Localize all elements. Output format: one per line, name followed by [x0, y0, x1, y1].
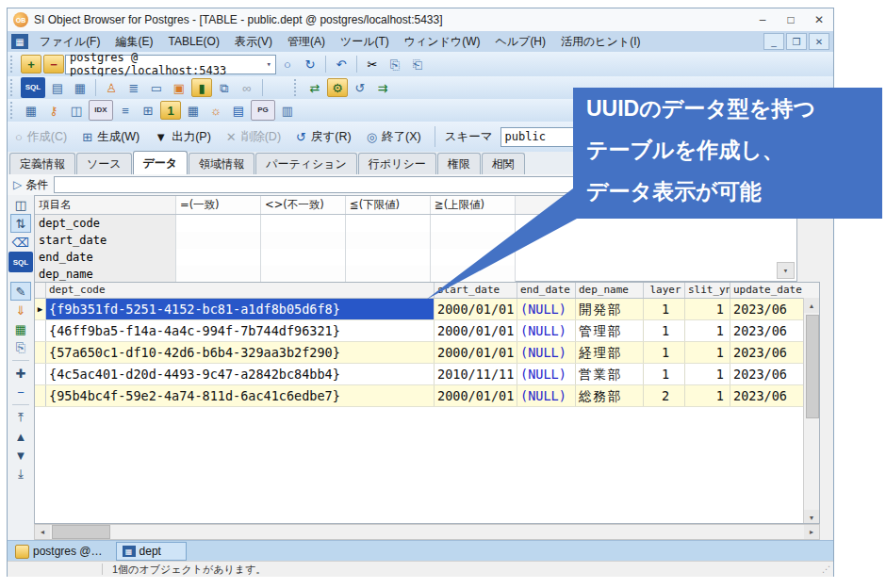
- filter-col-name[interactable]: 項目名: [35, 196, 176, 214]
- col-slit-yn[interactable]: slit_yn: [685, 283, 730, 298]
- generate-button[interactable]: ⊞ 生成(W): [74, 125, 147, 149]
- excel-export-icon[interactable]: ▦: [10, 319, 31, 338]
- cell-start-date[interactable]: 2010/11/11: [435, 364, 517, 384]
- copy-rows-icon[interactable]: ⎘: [10, 338, 31, 357]
- mdi-minimize-button[interactable]: _: [763, 33, 784, 50]
- scroll-up-icon[interactable]: ▴: [804, 298, 819, 313]
- add-row-icon[interactable]: ✚: [10, 364, 31, 383]
- scroll-left-icon[interactable]: ◂: [35, 525, 50, 539]
- scroll-down-icon[interactable]: ▾: [804, 510, 819, 524]
- cell-slit-yn[interactable]: 1: [685, 342, 730, 363]
- window-icon[interactable]: ⊞: [138, 101, 158, 120]
- delete-button[interactable]: ✕ 削除(D): [219, 125, 288, 149]
- cell-update-date[interactable]: 2023/06: [730, 364, 804, 384]
- filter-value-cell[interactable]: [346, 249, 431, 266]
- filter-col-notequal[interactable]: <>(不一致): [261, 196, 346, 214]
- maximize-button[interactable]: □: [777, 9, 805, 30]
- tab-row-policy[interactable]: 行ポリシー: [358, 153, 436, 174]
- tab-partition[interactable]: パーティション: [255, 153, 357, 174]
- output-button[interactable]: ▼ 出力(P): [147, 125, 219, 149]
- refresh-icon[interactable]: ↻: [300, 55, 320, 74]
- tablespace-icon[interactable]: ▮: [191, 78, 212, 97]
- scroll-thumb[interactable]: [806, 315, 819, 418]
- tree-icon[interactable]: ≡: [115, 101, 136, 120]
- run-condition-icon[interactable]: ▷: [13, 178, 22, 191]
- session-icon[interactable]: ▭: [146, 78, 167, 97]
- cell-layer[interactable]: 2: [644, 385, 685, 406]
- filter-col-upper[interactable]: ≧(上限値): [431, 196, 516, 214]
- cell-slit-yn[interactable]: 1: [685, 299, 730, 319]
- edit-pencil-icon[interactable]: ✎: [10, 282, 31, 301]
- cell-dep-name[interactable]: 経理部: [576, 342, 644, 363]
- database-stack-icon[interactable]: ≣: [123, 78, 144, 97]
- cell-slit-yn[interactable]: 1: [685, 364, 730, 384]
- filter-value-cell[interactable]: [346, 232, 431, 249]
- connection-select[interactable]: postgres @ postgres/localhost:5433 ▾: [65, 55, 276, 74]
- col-layer[interactable]: layer: [644, 283, 685, 298]
- link-icon[interactable]: ∞: [237, 78, 257, 97]
- menu-edit[interactable]: 編集(E): [107, 32, 160, 52]
- col-dept-code[interactable]: dept_code: [46, 283, 435, 298]
- tab-data[interactable]: データ: [133, 151, 189, 174]
- key-icon[interactable]: ⚙: [327, 78, 348, 97]
- cell-start-date[interactable]: 2000/01/01: [435, 385, 517, 406]
- menu-tips[interactable]: 活用のヒント(I): [553, 32, 648, 52]
- cell-start-date[interactable]: 2000/01/01: [435, 342, 517, 363]
- cell-dep-name[interactable]: 営業部: [576, 364, 644, 384]
- filter-value-cell[interactable]: [261, 266, 346, 283]
- cell-layer[interactable]: 1: [644, 364, 685, 384]
- connect-db-icon[interactable]: +: [21, 55, 41, 74]
- stop-icon[interactable]: ○: [277, 55, 298, 74]
- minimize-button[interactable]: –: [748, 9, 777, 30]
- mdi-close-button[interactable]: ✕: [809, 33, 829, 50]
- recycle-icon[interactable]: ↺: [350, 78, 370, 97]
- filter-value-cell[interactable]: [431, 215, 516, 232]
- pg-icon[interactable]: PG: [251, 100, 275, 121]
- cell-layer[interactable]: 1: [644, 342, 685, 363]
- sequence-icon[interactable]: 1: [160, 101, 181, 120]
- cell-update-date[interactable]: 2023/06: [730, 299, 804, 319]
- tab-privileges[interactable]: 権限: [437, 153, 481, 174]
- lock-icon[interactable]: ▣: [169, 78, 189, 97]
- filter-value-cell[interactable]: [176, 249, 261, 266]
- col-end-date[interactable]: end_date: [517, 283, 576, 298]
- cell-update-date[interactable]: 2023/06: [730, 342, 804, 363]
- menu-window[interactable]: ウィンドウ(W): [397, 32, 488, 52]
- filter-scroll-down-icon[interactable]: ▾: [777, 262, 795, 279]
- menu-file[interactable]: ファイル(F): [32, 32, 107, 52]
- filter-col-lower[interactable]: ≦(下限値): [346, 196, 431, 214]
- undo-icon[interactable]: ↶: [331, 55, 352, 74]
- filter-value-cell[interactable]: [176, 266, 261, 283]
- col-update-date[interactable]: update_date: [730, 283, 804, 298]
- table-list-icon[interactable]: ▦: [21, 101, 41, 120]
- cell-dep-name[interactable]: 管理部: [576, 320, 644, 341]
- sql-editor-icon[interactable]: SQL: [21, 77, 45, 98]
- cell-dept-code[interactable]: {95b4bc4f-59e2-4a74-811d-6ac41c6edbe7}: [46, 385, 435, 406]
- filter-value-cell[interactable]: [176, 215, 261, 232]
- filter-col-equal[interactable]: =(一致): [176, 196, 261, 214]
- copy-icon[interactable]: ⎘: [385, 55, 405, 74]
- col-dep-name[interactable]: dep_name: [576, 283, 644, 298]
- revert-button[interactable]: ↺ 戻す(R): [288, 125, 359, 149]
- filter-grid-icon[interactable]: ◫: [10, 195, 31, 214]
- filter-value-cell[interactable]: [346, 215, 431, 232]
- filter-sql-icon[interactable]: SQL: [8, 252, 33, 272]
- vertical-scrollbar[interactable]: ▴ ▾: [803, 298, 819, 524]
- cell-end-date[interactable]: (NULL): [517, 385, 576, 406]
- filter-value-cell[interactable]: [176, 232, 261, 249]
- cell-dept-code[interactable]: {46ff9ba5-f14a-4a4c-994f-7b744df96321}: [46, 320, 435, 341]
- cell-dep-name[interactable]: 総務部: [576, 385, 644, 406]
- eraser-icon[interactable]: ⌫: [10, 233, 31, 252]
- disconnect-db-icon[interactable]: −: [43, 55, 64, 74]
- prev-row-icon[interactable]: ▲: [10, 427, 31, 446]
- cut-icon[interactable]: ✂: [362, 55, 383, 74]
- import-icon[interactable]: ⇓: [10, 301, 31, 319]
- cell-start-date[interactable]: 2000/01/01: [435, 299, 517, 319]
- filter-value-cell[interactable]: [261, 215, 346, 232]
- remove-row-icon[interactable]: −: [10, 383, 31, 401]
- export-icon[interactable]: ⇉: [372, 78, 393, 97]
- cell-dept-code[interactable]: {57a650c1-df10-42d6-b6b4-329aa3b2f290}: [46, 342, 435, 363]
- filter-collapse-icon[interactable]: ⇅: [10, 214, 31, 233]
- filter-value-cell[interactable]: [431, 266, 516, 283]
- view-icon[interactable]: ◫: [66, 101, 87, 120]
